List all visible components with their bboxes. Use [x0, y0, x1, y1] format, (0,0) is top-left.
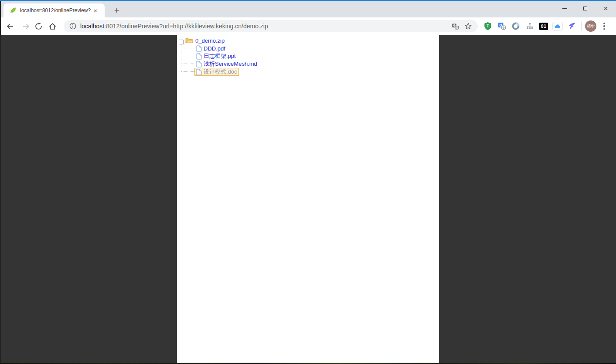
tree-connector-vertical [181, 43, 181, 72]
forward-button[interactable] [20, 20, 32, 32]
extension-area: T G 文 [482, 20, 610, 32]
window-left-edge [0, 0, 1, 364]
home-icon [48, 22, 57, 30]
tree-node-label: 浅析ServiceMesh.md [204, 60, 257, 68]
svg-text:文: 文 [456, 26, 458, 29]
ring-extension-button[interactable] [510, 20, 522, 32]
translate-icon: G 文 [452, 23, 459, 30]
tree-connector [181, 48, 194, 48]
tree-connector [181, 56, 194, 56]
svg-text:文: 文 [502, 26, 505, 29]
url-host: localhost [80, 23, 104, 30]
bird-icon [567, 22, 576, 30]
window-controls: × [555, 2, 616, 15]
svg-text:T: T [487, 24, 489, 28]
toolbar-separator [581, 22, 582, 30]
tree-node-label: DDD.pdf [204, 45, 225, 52]
01-badge-icon: 01 [539, 23, 548, 30]
reload-button[interactable] [32, 20, 44, 32]
close-button[interactable]: × [596, 2, 616, 15]
file-icon [196, 69, 202, 75]
green-shield-icon: T [483, 22, 492, 30]
tree-connector [181, 71, 194, 72]
maximize-button[interactable] [575, 2, 596, 15]
back-arrow-icon [6, 22, 14, 30]
tree-node-file[interactable]: 日志框架.ppt [194, 52, 238, 60]
translate-extension-button[interactable]: G 文 [496, 20, 508, 32]
tab-strip: localhost:8012/onlinePreview? × + × [0, 1, 616, 17]
tree-node-file[interactable]: DDD.pdf [194, 44, 227, 52]
file-icon [196, 61, 202, 67]
kebab-dot [603, 25, 605, 27]
url-path: :8012/onlinePreview?url=http://kkfilevie… [104, 23, 268, 30]
sitemap-icon [526, 22, 534, 30]
tab-close-icon[interactable]: × [92, 7, 99, 14]
kebab-dot [603, 28, 605, 30]
close-icon: × [604, 5, 608, 12]
url-text[interactable]: localhost:8012/onlinePreview?url=http://… [80, 23, 447, 30]
translate-page-button[interactable]: G 文 [450, 21, 460, 31]
browser-tab[interactable]: localhost:8012/onlinePreview? × [3, 3, 105, 17]
01-extension-button[interactable]: 01 [538, 20, 550, 32]
bird-extension-button[interactable] [565, 20, 578, 32]
zip-preview-panel: 0_demo.zip DDD.pdf [177, 35, 439, 363]
file-icon [196, 45, 202, 52]
shield-extension-button[interactable]: T [482, 20, 494, 32]
cloud-extension-button[interactable] [551, 20, 564, 32]
kebab-dot [603, 23, 605, 24]
sitemap-extension-button[interactable] [524, 20, 536, 32]
address-bar[interactable]: localhost:8012/onlinePreview?url=http://… [64, 20, 478, 32]
tree-node-root[interactable]: 0_demo.zip [184, 37, 226, 44]
file-tree: 0_demo.zip DDD.pdf [177, 35, 439, 363]
collapse-toggle-icon[interactable] [179, 38, 184, 43]
tree-node-file-selected[interactable]: 设计模式.doc [194, 68, 239, 76]
home-button[interactable] [46, 20, 58, 32]
minimize-button[interactable] [555, 2, 575, 15]
spring-leaf-favicon [10, 7, 17, 14]
tree-connector [181, 64, 194, 64]
tree-node-file[interactable]: 浅析ServiceMesh.md [194, 60, 259, 68]
browser-menu-button[interactable] [598, 23, 610, 30]
forward-arrow-icon [22, 22, 31, 30]
bookmark-star-button[interactable] [463, 21, 473, 31]
page-content: 0_demo.zip DDD.pdf [0, 35, 616, 364]
back-button[interactable] [3, 20, 16, 32]
browser-toolbar: localhost:8012/onlinePreview?url=http://… [0, 17, 616, 35]
profile-avatar[interactable]: 精华 [585, 20, 596, 32]
new-tab-button[interactable]: + [111, 5, 123, 16]
tab-title: localhost:8012/onlinePreview? [20, 7, 91, 13]
file-icon [196, 53, 202, 60]
tree-node-label: 日志框架.ppt [204, 52, 236, 60]
google-translate-icon: G 文 [497, 22, 506, 30]
open-folder-icon [185, 37, 194, 44]
maximize-icon [583, 7, 587, 10]
window-accent-border [0, 0, 616, 1]
minimize-icon [562, 8, 567, 9]
tree-node-label: 0_demo.zip [195, 37, 225, 44]
tree-node-label: 设计模式.doc [204, 68, 237, 76]
page-info-icon[interactable] [69, 22, 77, 30]
ring-swirl-icon [511, 22, 520, 30]
reload-icon [34, 22, 43, 30]
cloud-icon [552, 22, 563, 31]
star-icon [464, 22, 472, 30]
